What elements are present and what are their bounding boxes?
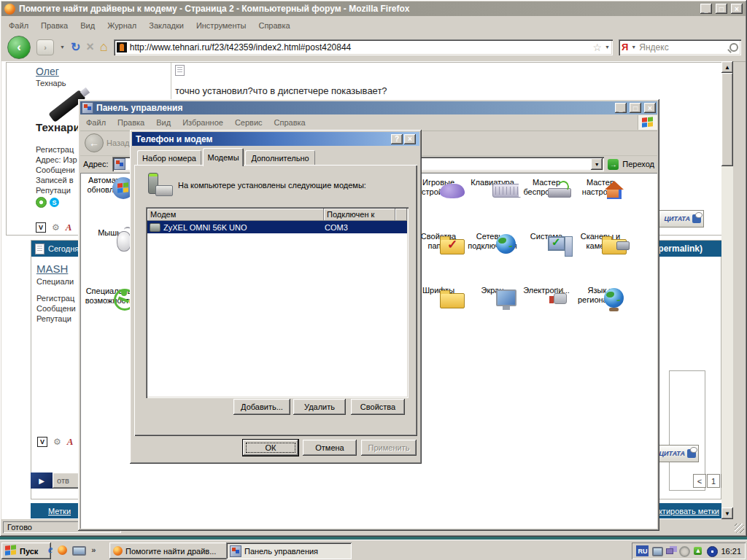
modem-row-selected[interactable]: ZyXEL OMNI 56K UNO COM3: [147, 221, 407, 233]
icq-icon[interactable]: [36, 197, 47, 208]
maximize-button[interactable]: □: [630, 103, 641, 113]
dialog-titlebar[interactable]: Телефон и модем ? ×: [132, 132, 419, 146]
menu-bookmarks[interactable]: Закладки: [149, 21, 184, 30]
start-button[interactable]: Пуск: [1, 542, 51, 559]
show-desktop-icon[interactable]: [72, 546, 86, 556]
forward-button[interactable]: ›: [36, 39, 54, 55]
cp-item-regional-language[interactable]: Язык и региональ...: [573, 286, 628, 305]
search-engine-label[interactable]: Яндекс: [639, 42, 727, 52]
firefox-titlebar[interactable]: Помогите найти драйверы к модему - Стран…: [1, 1, 746, 16]
url-text[interactable]: http://www.tehnari.ru/f23/t42359/index2.…: [130, 42, 590, 52]
cp-item-system[interactable]: Система: [519, 232, 574, 241]
back-button[interactable]: ‹: [7, 36, 31, 59]
cancel-button[interactable]: Отмена: [303, 440, 357, 456]
help-button[interactable]: ?: [391, 134, 403, 144]
user2-name-link[interactable]: MASH: [36, 262, 68, 275]
cp-item-network-wizard[interactable]: Мастер настрой...: [573, 178, 628, 197]
refresh-icon[interactable]: ↻: [71, 40, 80, 54]
menu-file[interactable]: Файл: [86, 118, 106, 127]
go-button-icon[interactable]: →: [608, 159, 619, 170]
menu-edit[interactable]: Правка: [117, 118, 144, 127]
dialog-title-text: Телефон и модем: [136, 134, 391, 144]
tab-advanced[interactable]: Дополнительно: [245, 150, 315, 166]
display-tray-icon[interactable]: [651, 545, 662, 556]
search-box[interactable]: Я ▼ Яндекс: [619, 39, 741, 55]
menu-tools[interactable]: Инструменты: [196, 21, 247, 30]
modems-list[interactable]: Модем Подключен к ZyXEL OMNI 56K UNO COM…: [146, 207, 409, 398]
cp-item-scanners-cameras[interactable]: Сканеры и камеры: [573, 232, 628, 251]
network-tray-icon[interactable]: [665, 545, 676, 556]
back-button-icon[interactable]: ←: [85, 133, 104, 152]
page-prev[interactable]: <: [693, 474, 706, 488]
address-dropdown-icon[interactable]: ▼: [591, 158, 603, 170]
permalink-label[interactable]: (permalink): [655, 244, 703, 254]
modem-port: COM3: [325, 223, 348, 232]
taskbar-item-control-panel[interactable]: Панель управления: [226, 542, 352, 559]
update-tray-icon[interactable]: ▲: [693, 545, 704, 556]
resize-grip[interactable]: [735, 524, 744, 533]
tab-modems[interactable]: Модемы: [203, 148, 244, 166]
stop-icon[interactable]: ×: [86, 39, 94, 55]
cp-item-power-options[interactable]: Электропи...: [519, 286, 574, 295]
search-magnifier-icon[interactable]: [729, 43, 738, 52]
minimize-button[interactable]: _: [700, 4, 712, 14]
scrollbar-thumb[interactable]: [721, 73, 733, 166]
menu-help[interactable]: Справка: [258, 21, 290, 30]
close-button[interactable]: ×: [731, 4, 743, 14]
cp-item-windows-update[interactable]: Автомати... обновление: [82, 176, 137, 195]
properties-button[interactable]: Свойства: [351, 399, 405, 415]
scroll-up-icon[interactable]: ▲: [721, 61, 733, 73]
ie-icon[interactable]: e: [48, 544, 53, 556]
vertical-scrollbar[interactable]: ▲ ▼: [721, 61, 733, 519]
firefox-quicklaunch-icon[interactable]: [58, 545, 67, 555]
menu-history[interactable]: Журнал: [107, 21, 136, 30]
menu-view[interactable]: Вид: [156, 118, 171, 127]
remove-button[interactable]: Удалить: [293, 399, 346, 415]
quicklaunch-chevron-icon[interactable]: »: [91, 545, 96, 554]
report-icon[interactable]: V: [37, 437, 47, 447]
tab-dialing-rules[interactable]: Набор номера: [137, 150, 201, 166]
menu-view[interactable]: Вид: [80, 21, 95, 30]
language-indicator[interactable]: RU: [636, 545, 649, 556]
page-1[interactable]: 1: [707, 474, 720, 488]
column-attached-to[interactable]: Подключен к: [324, 209, 395, 221]
menu-help[interactable]: Справка: [274, 118, 306, 127]
engine-dropdown-icon[interactable]: ▼: [631, 44, 636, 50]
menu-edit[interactable]: Правка: [41, 21, 68, 30]
bookmark-star-icon[interactable]: ☆: [593, 42, 603, 53]
menu-favorites[interactable]: Избранное: [182, 118, 223, 127]
cp-item-mouse[interactable]: Мышь: [82, 228, 137, 238]
cp-item-wireless-wizard[interactable]: Мастер беспровод...: [519, 178, 574, 197]
add-button[interactable]: Добавить...: [233, 399, 290, 415]
menu-service[interactable]: Сервис: [235, 118, 263, 127]
url-bar[interactable]: http://www.tehnari.ru/f23/t42359/index2.…: [114, 39, 613, 55]
close-button[interactable]: ×: [644, 103, 656, 113]
back-button-label[interactable]: Назад: [107, 139, 130, 147]
connection-tray-icon[interactable]: [707, 545, 718, 556]
menu-file[interactable]: Файл: [9, 21, 28, 30]
volume-tray-icon[interactable]: [679, 545, 690, 556]
report-icon[interactable]: V: [36, 222, 46, 233]
ok-button[interactable]: ОК: [243, 440, 298, 456]
cp-item-display[interactable]: Экран: [465, 286, 520, 295]
control-panel-titlebar[interactable]: Панель управления _ □ ×: [80, 101, 657, 114]
cp-item-accessibility[interactable]: Специальны возможности: [82, 287, 137, 306]
maximize-button[interactable]: □: [716, 4, 727, 14]
go-button-label[interactable]: Переход: [622, 160, 654, 168]
home-icon[interactable]: ⌂: [100, 39, 108, 55]
tools-icon[interactable]: ⚙: [52, 223, 60, 232]
close-button[interactable]: ×: [404, 134, 416, 144]
history-dropdown-icon[interactable]: ▼: [60, 44, 65, 50]
tools-icon[interactable]: ⚙: [53, 438, 61, 446]
tags-title-label[interactable]: Метки: [48, 507, 71, 516]
user1-name-link[interactable]: Олег: [36, 66, 59, 77]
clock[interactable]: 16:21: [721, 547, 741, 556]
column-modem[interactable]: Модем: [147, 209, 324, 221]
minimize-button[interactable]: _: [615, 103, 627, 113]
skype-icon[interactable]: S: [50, 198, 59, 207]
taskbar-item-firefox[interactable]: Помогите найти драйв...: [109, 542, 231, 559]
cp-item-keyboard[interactable]: Клавиатура: [465, 178, 520, 187]
scroll-down-icon[interactable]: ▼: [721, 508, 733, 519]
cp-item-network-connections[interactable]: Сетевые подключения: [465, 232, 520, 251]
url-dropdown-icon[interactable]: ▼: [605, 44, 610, 50]
